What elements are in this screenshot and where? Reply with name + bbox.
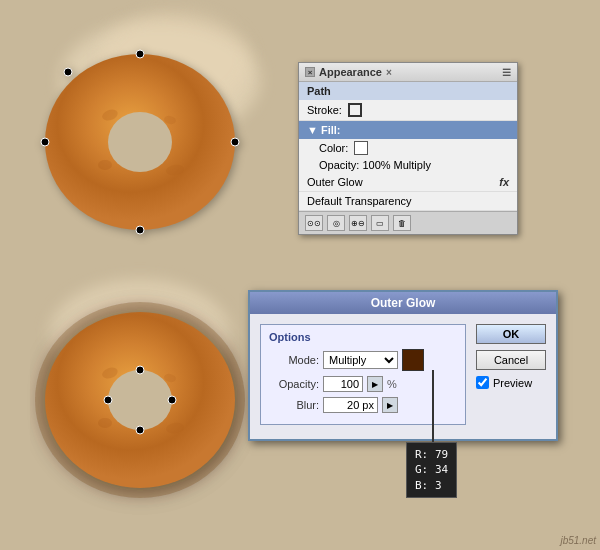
tooltip-r: R: 79: [415, 447, 448, 462]
svg-point-8: [136, 226, 144, 234]
donut-top: [30, 30, 250, 253]
blur-arrow[interactable]: ▶: [382, 397, 398, 413]
svg-point-1: [108, 112, 172, 172]
donut-bottom: [30, 285, 250, 518]
svg-point-4: [98, 160, 112, 170]
svg-point-20: [136, 426, 144, 434]
opacity-arrow[interactable]: ▶: [367, 376, 383, 392]
opacity-unit: %: [387, 378, 397, 390]
opacity-field: Opacity: ▶ %: [269, 376, 457, 392]
dialog-right: OK Cancel Preview: [476, 324, 546, 429]
watermark: jb51.net: [560, 535, 596, 546]
panel-menu-icon[interactable]: ☰: [502, 67, 511, 78]
panel-path-header: Path: [299, 82, 517, 100]
svg-point-19: [104, 396, 112, 404]
svg-point-9: [231, 138, 239, 146]
fill-text: Fill:: [321, 124, 341, 136]
connector-line: [432, 370, 434, 442]
stroke-label: Stroke:: [307, 104, 342, 116]
color-tooltip: R: 79 G: 34 B: 3: [406, 442, 457, 498]
bottom-btn-1[interactable]: ⊙⊙: [305, 215, 323, 231]
options-group: Options Mode: Multiply Normal Screen O: [260, 324, 466, 425]
fill-section-header: ▼ Fill:: [299, 121, 517, 139]
glow-color-swatch[interactable]: [402, 349, 424, 371]
dialog-titlebar: Outer Glow: [250, 292, 556, 314]
tooltip-g: G: 34: [415, 462, 448, 477]
svg-point-13: [108, 370, 172, 430]
preview-row: Preview: [476, 376, 546, 389]
bottom-btn-3[interactable]: ⊕⊖: [349, 215, 367, 231]
fill-label: ▼: [307, 124, 318, 136]
fx-icon: fx: [499, 176, 509, 188]
stroke-row: Stroke:: [299, 100, 517, 121]
outer-glow-label: Outer Glow: [307, 176, 363, 188]
blur-field: Blur: ▶: [269, 397, 457, 413]
bottom-btn-4[interactable]: ▭: [371, 215, 389, 231]
mode-field: Mode: Multiply Normal Screen: [269, 349, 457, 371]
blur-input[interactable]: [323, 397, 378, 413]
dialog-title: Outer Glow: [371, 296, 436, 310]
svg-point-18: [136, 366, 144, 374]
panel-titlebar: × Appearance × ☰: [299, 63, 517, 82]
opacity-row: Opacity: 100% Multiply: [299, 157, 517, 173]
panel-close-button[interactable]: ×: [305, 67, 315, 77]
panel-bottom-toolbar: ⊙⊙ ◎ ⊕⊖ ▭ 🗑: [299, 211, 517, 234]
color-row: Color:: [299, 139, 517, 157]
canvas-area: × Appearance × ☰ Path Stroke: ▼ Fill: Co…: [0, 0, 600, 550]
svg-point-16: [98, 418, 112, 428]
preview-label: Preview: [493, 377, 532, 389]
mode-select[interactable]: Multiply Normal Screen: [323, 351, 398, 369]
opacity-input[interactable]: [323, 376, 363, 392]
svg-point-6: [136, 50, 144, 58]
svg-point-7: [41, 138, 49, 146]
svg-point-10: [64, 68, 72, 76]
outer-glow-dialog: Outer Glow Options Mode: Multiply Normal…: [248, 290, 558, 441]
tooltip-b: B: 3: [415, 478, 448, 493]
color-label: Color:: [319, 142, 348, 154]
outer-glow-row: Outer Glow fx: [299, 173, 517, 192]
default-transparency-row: Default Transparency: [299, 192, 517, 211]
panel-title: Appearance: [319, 66, 382, 78]
opacity-label: Opacity:: [269, 378, 319, 390]
options-legend: Options: [269, 331, 457, 343]
mode-label: Mode:: [269, 354, 319, 366]
dialog-left: Options Mode: Multiply Normal Screen O: [260, 324, 466, 429]
preview-checkbox[interactable]: [476, 376, 489, 389]
dialog-body: Options Mode: Multiply Normal Screen O: [250, 314, 556, 439]
bottom-btn-2[interactable]: ◎: [327, 215, 345, 231]
default-transparency-label: Default Transparency: [307, 195, 412, 207]
opacity-label: Opacity: 100% Multiply: [319, 159, 431, 171]
svg-point-21: [168, 396, 176, 404]
stroke-color-box[interactable]: [348, 103, 362, 117]
appearance-panel: × Appearance × ☰ Path Stroke: ▼ Fill: Co…: [298, 62, 518, 235]
panel-close-x: ×: [386, 67, 392, 78]
bottom-btn-5[interactable]: 🗑: [393, 215, 411, 231]
blur-label: Blur:: [269, 399, 319, 411]
fill-color-box[interactable]: [354, 141, 368, 155]
cancel-button[interactable]: Cancel: [476, 350, 546, 370]
ok-button[interactable]: OK: [476, 324, 546, 344]
path-label: Path: [307, 85, 331, 97]
